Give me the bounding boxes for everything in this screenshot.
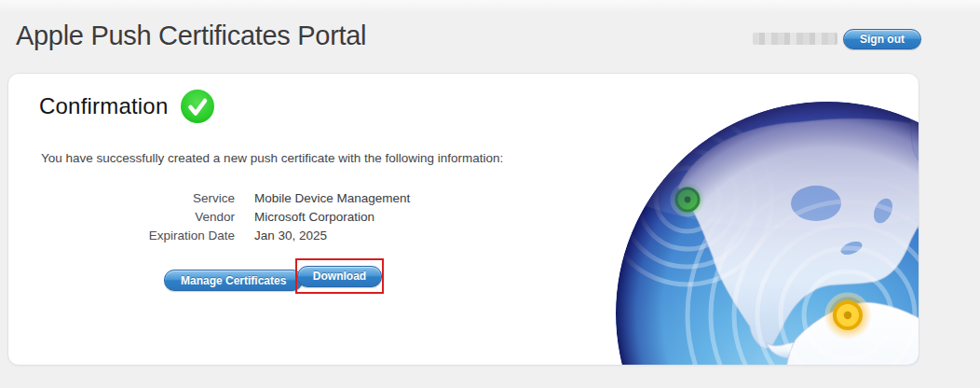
info-label-vendor: Vendor — [40, 208, 235, 227]
info-value-vendor: Microsoft Corporation — [254, 208, 410, 227]
globe-ocean — [616, 102, 919, 365]
certificate-info: Service Mobile Device Management Vendor … — [40, 189, 410, 245]
manage-certificates-button[interactable]: Manage Certificates — [164, 270, 303, 291]
green-ripples — [613, 115, 772, 284]
info-value-expiration: Jan 30, 2025 — [254, 227, 410, 245]
info-label-expiration: Expiration Date — [40, 227, 235, 245]
confirmation-heading-row: Confirmation — [39, 90, 214, 123]
confirmation-heading: Confirmation — [39, 93, 168, 119]
globe-top-shade — [616, 102, 919, 365]
redacted-username — [753, 33, 837, 45]
page-header: Apple Push Certificates Portal Sign out — [0, 0, 980, 73]
globe-landmasses — [619, 109, 919, 365]
globe-icon — [613, 99, 919, 365]
info-value-service: Mobile Device Management — [254, 189, 410, 208]
globe-inland-water — [791, 186, 896, 257]
globe-rim-shade — [616, 102, 919, 365]
yellow-ripples — [687, 155, 919, 365]
confirmation-panel: Confirmation You have successfully creat… — [7, 73, 919, 366]
download-button[interactable]: Download — [297, 266, 382, 287]
yellow-push-origin-icon — [823, 291, 872, 340]
success-check-icon — [181, 90, 214, 123]
globe-graphic — [610, 74, 919, 365]
info-label-service: Service — [40, 189, 235, 208]
page-title: Apple Push Certificates Portal — [16, 21, 366, 51]
green-push-origin-icon — [670, 182, 705, 217]
sign-out-button[interactable]: Sign out — [843, 29, 921, 49]
download-highlight-box: Download — [295, 258, 384, 294]
globe-gloss — [613, 99, 919, 229]
success-message: You have successfully created a new push… — [41, 151, 503, 165]
